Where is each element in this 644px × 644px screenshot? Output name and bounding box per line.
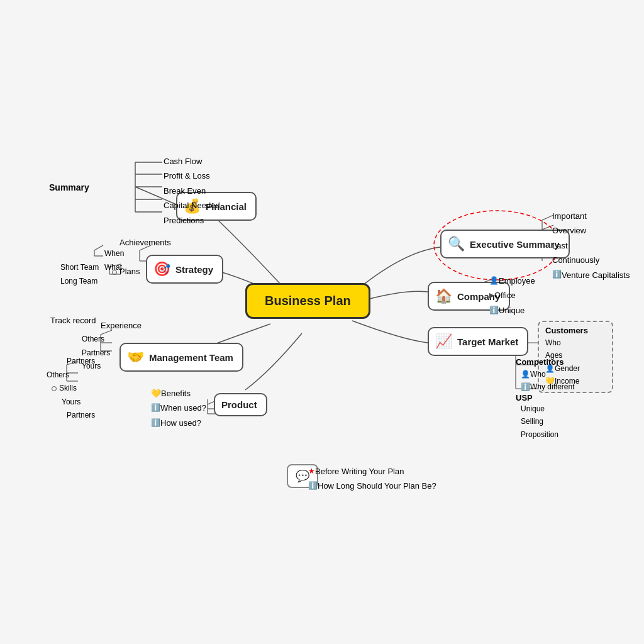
legend-info-label: How Long Should Your Plan Be? <box>318 479 436 493</box>
executive-items: Important Overview Last Continuously ℹ️V… <box>552 209 630 282</box>
product-label: Product <box>221 399 257 410</box>
central-label: Business Plan <box>265 294 351 308</box>
when-icon: ℹ️ <box>151 401 160 415</box>
company-icon: 🏠 <box>435 288 452 304</box>
competitors-group: Competitors 👤Who ℹ️Why different <box>516 357 574 394</box>
management-label: Management Team <box>149 352 233 363</box>
plans-group: Short Team Long Team <box>60 261 99 288</box>
legend-items: ★ Before Writing Your Plan ℹ️ How Long S… <box>308 464 436 494</box>
comp-why-icon: ℹ️ <box>521 380 530 393</box>
usp-group: USP Unique Selling Proposition <box>516 393 558 441</box>
executive-label: Executive Summary <box>470 239 560 250</box>
target-market-node: 📈 Target Market <box>428 327 528 356</box>
summary-label: Summary <box>49 182 89 192</box>
how-icon: ℹ️ <box>151 416 160 430</box>
svg-line-25 <box>94 245 103 250</box>
comp-who-icon: 👤 <box>521 368 530 380</box>
target-market-label: Target Market <box>457 336 518 347</box>
star-icon: ★ <box>308 465 315 479</box>
info-icon: ℹ️ <box>552 268 562 282</box>
strategy-label: Strategy <box>175 264 213 275</box>
executive-icon: 🔍 <box>448 236 465 252</box>
central-node: Business Plan <box>245 283 370 319</box>
target-icon: 📈 <box>435 333 452 350</box>
financial-items: Cash Flow Profit & Loss Break Even Capit… <box>164 154 220 228</box>
skills-group: Partners Others Skills Yours Partners <box>47 352 97 423</box>
product-items: 💛Benefits ℹ️When used? ℹ️How used? <box>151 386 206 430</box>
arrow-icon: ▶ <box>489 289 494 302</box>
plans-label: Plans <box>112 267 140 276</box>
legend-info-icon: ℹ️ <box>308 479 318 493</box>
legend-icon: 💬 <box>296 469 309 483</box>
executive-node: 🔍 Executive Summary <box>440 230 570 258</box>
person-icon: 👤 <box>489 274 499 288</box>
product-node: Product <box>214 393 267 416</box>
benefits-icon: 💛 <box>151 386 161 401</box>
unique-icon: ℹ️ <box>489 304 499 318</box>
company-items: 👤 Employee ▶ Office ℹ️ Unique <box>489 274 535 318</box>
legend-star-label: Before Writing Your Plan <box>315 464 404 479</box>
